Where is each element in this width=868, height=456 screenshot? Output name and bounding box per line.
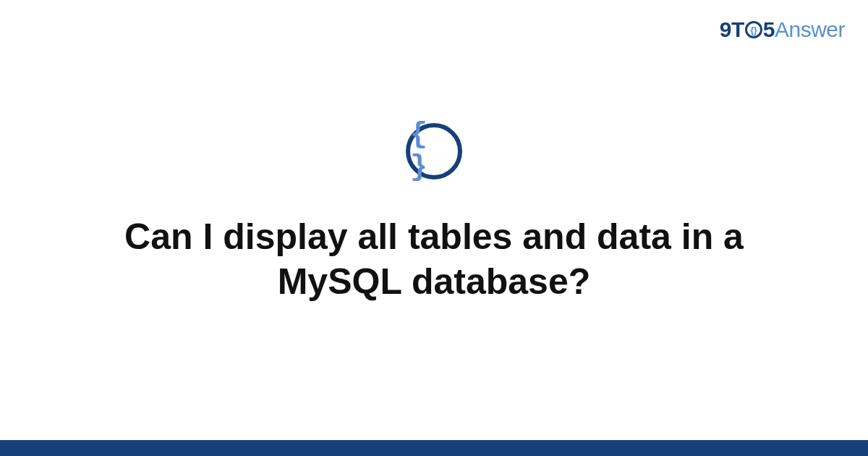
main-content: { } Can I display all tables and data in… bbox=[0, 0, 868, 456]
code-braces-icon: { } bbox=[406, 123, 462, 180]
question-title: Can I display all tables and data in a M… bbox=[72, 214, 796, 305]
braces-glyph: { } bbox=[410, 119, 458, 184]
footer-bar bbox=[0, 440, 868, 456]
